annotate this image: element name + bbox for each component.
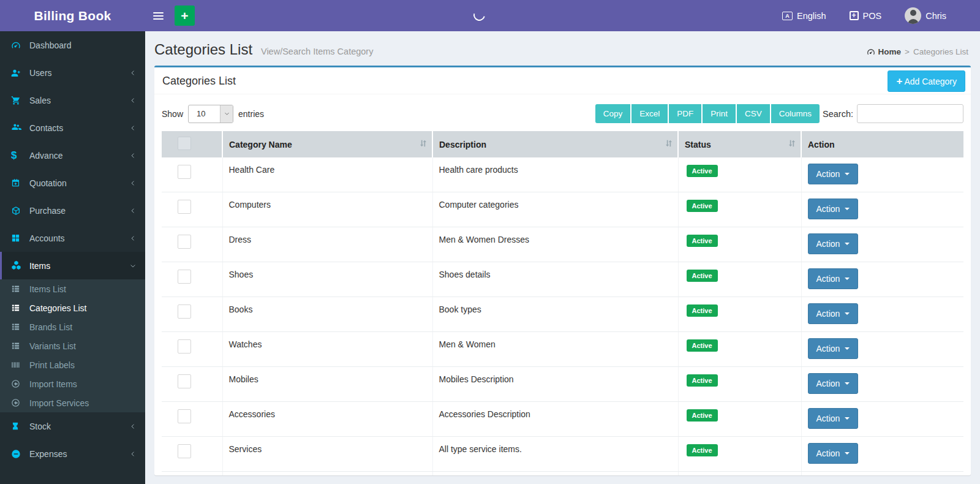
action-button[interactable]: Action [808, 338, 859, 359]
action-button[interactable]: Action [808, 164, 859, 184]
sidebar-item-brands-list[interactable]: Brands List [0, 317, 145, 336]
sidebar-item-users[interactable]: Users [0, 59, 145, 86]
sidebar-menu: Dashboard Users Sales Contacts $ Advance… [0, 31, 145, 467]
chevron-left-icon [130, 451, 136, 457]
breadcrumb-separator: > [905, 47, 910, 56]
list-icon [11, 341, 27, 350]
table-row: Computers Computer categories Active Act… [162, 192, 963, 227]
table-row: Accessories Accessories Description Acti… [162, 402, 963, 437]
action-button[interactable]: Action [808, 303, 859, 324]
table-row: Books Book types Active Action [162, 297, 963, 332]
excel-button[interactable]: Excel [631, 104, 669, 123]
table-body: Health Care Health care products Active … [162, 157, 963, 475]
column-header-description[interactable]: Description [432, 131, 678, 157]
pos-button[interactable]: + POS [850, 11, 882, 21]
sidebar-item-items-list[interactable]: Items List [0, 279, 145, 298]
chevron-left-icon [130, 423, 136, 429]
chevron-left-icon [130, 208, 136, 214]
action-button[interactable]: Action [808, 199, 859, 219]
csv-button[interactable]: CSV [737, 104, 771, 123]
category-description-cell: Shoes details [432, 262, 678, 297]
menu-toggle-button[interactable] [145, 0, 171, 31]
sidebar-item-items[interactable]: Items [0, 252, 145, 279]
status-cell: Active [678, 367, 801, 402]
row-checkbox[interactable] [178, 444, 191, 458]
cube-icon [11, 206, 27, 216]
chevron-left-icon [130, 97, 136, 104]
status-badge: Active [687, 444, 718, 456]
cubes-icon [11, 260, 27, 271]
caret-down-icon [845, 382, 850, 385]
sidebar-item-expenses[interactable]: Expenses [0, 440, 145, 467]
pdf-button[interactable]: PDF [669, 104, 703, 123]
language-label: English [797, 11, 826, 21]
topbar: + A English + POS Chris [145, 0, 980, 31]
sidebar-item-stock[interactable]: Stock [0, 412, 145, 440]
breadcrumb-home[interactable]: Home [867, 47, 902, 56]
sidebar-item-advance[interactable]: $ Advance [0, 142, 145, 169]
show-entries: Show 10 entries [162, 105, 264, 123]
quick-add-button[interactable]: + [175, 6, 195, 26]
copy-button[interactable]: Copy [595, 104, 632, 123]
sidebar-item-import-items[interactable]: Import Items [0, 374, 145, 393]
action-button[interactable]: Action [808, 268, 859, 289]
categories-table: Category Name Description Status Action … [162, 131, 963, 475]
add-category-button[interactable]: + Add Category [888, 70, 965, 92]
search-input[interactable] [857, 104, 963, 123]
sidebar-item-dashboard[interactable]: Dashboard [0, 31, 145, 59]
sidebar-item-import-services[interactable]: Import Services [0, 393, 145, 412]
columns-button[interactable]: Columns [771, 104, 820, 123]
row-checkbox[interactable] [178, 339, 191, 354]
sort-icon [419, 138, 428, 148]
sidebar-item-categories-list[interactable]: Categories List [0, 298, 145, 317]
row-checkbox[interactable] [178, 304, 191, 319]
row-checkbox[interactable] [178, 409, 191, 423]
entries-select[interactable]: 10 [188, 105, 233, 123]
select-all-checkbox[interactable] [178, 137, 191, 150]
category-description-cell: Health care products [432, 157, 678, 192]
table-row: Shoes Shoes details Active Action [162, 262, 963, 297]
chevron-left-icon [130, 235, 136, 241]
column-header-category-name[interactable]: Category Name [222, 131, 432, 157]
action-button[interactable]: Action [808, 233, 859, 254]
action-cell: Action [801, 157, 963, 192]
sidebar-item-sales[interactable]: Sales [0, 86, 145, 114]
page-subtitle: View/Search Items Category [261, 47, 373, 56]
status-badge: Active [687, 165, 718, 177]
sidebar-item-print-labels[interactable]: Print Labels [0, 355, 145, 374]
row-checkbox[interactable] [178, 200, 191, 214]
sidebar-item-variants-list[interactable]: Variants List [0, 336, 145, 355]
list-icon [11, 322, 27, 331]
row-checkbox[interactable] [178, 235, 191, 249]
action-button[interactable]: Action [808, 408, 859, 429]
sidebar-item-purchase[interactable]: Purchase [0, 197, 145, 224]
category-name-cell: Dress [222, 227, 432, 262]
dashboard-icon [11, 40, 27, 50]
column-header-status[interactable]: Status [678, 131, 801, 157]
language-menu[interactable]: A English [782, 11, 826, 21]
status-badge: Active [687, 339, 718, 352]
chevron-down-icon [130, 263, 136, 269]
row-checkbox[interactable] [178, 374, 191, 388]
topbar-right: A English + POS Chris [782, 7, 980, 24]
user-menu[interactable]: Chris [905, 7, 946, 24]
row-checkbox[interactable] [178, 165, 191, 179]
content-header: Categories List View/Search Items Catego… [145, 31, 980, 66]
status-cell: Active [678, 227, 801, 262]
select-all-header [162, 131, 222, 157]
category-name-cell: Shoes [222, 262, 432, 297]
sidebar-item-quotation[interactable]: Quotation [0, 169, 145, 197]
entries-label: entries [238, 109, 264, 119]
caret-down-icon [845, 417, 850, 420]
row-checkbox[interactable] [178, 270, 191, 284]
row-select-cell [162, 437, 222, 472]
sidebar-item-contacts[interactable]: Contacts [0, 114, 145, 142]
status-cell: Active [678, 157, 801, 192]
sidebar-item-accounts[interactable]: Accounts [0, 224, 145, 252]
app-logo[interactable]: Billing Book [0, 0, 145, 31]
category-description-cell: All type service items. [432, 437, 678, 472]
user-plus-icon [11, 68, 27, 78]
action-button[interactable]: Action [808, 443, 859, 464]
action-button[interactable]: Action [808, 373, 859, 394]
print-button[interactable]: Print [703, 104, 737, 123]
